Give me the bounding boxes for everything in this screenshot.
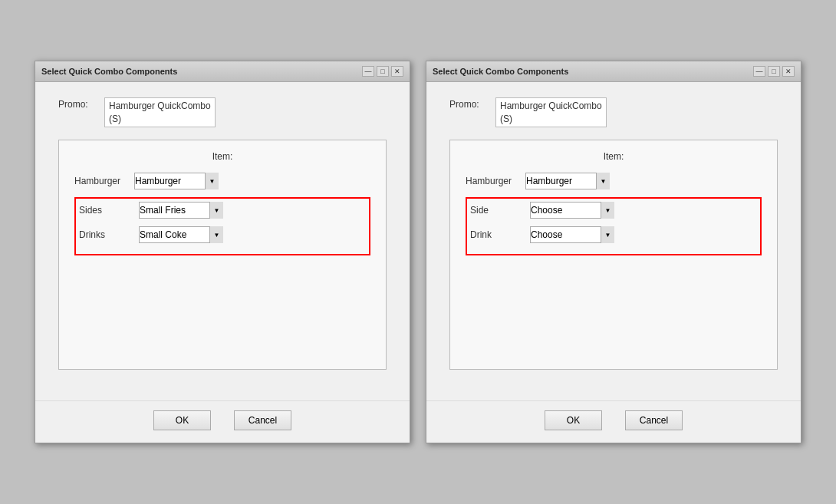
promo-row-2: Promo: Hamburger QuickCombo (S)	[449, 97, 778, 128]
ok-button-1[interactable]: OK	[153, 410, 211, 430]
title-bar-text-1: Select Quick Combo Components	[41, 67, 177, 76]
side-combo-wrapper-2: Choose ▼	[530, 202, 614, 219]
inner-box-1: Item: Hamburger Hamburger ▼ Sides	[58, 140, 387, 370]
hamburger-combo-wrapper-2: Hamburger ▼	[525, 173, 610, 189]
side-label-2: Side	[470, 205, 524, 216]
drinks-row-1: Drinks Small Coke ▼	[79, 226, 366, 243]
sides-combo-wrapper-1: Small Fries ▼	[139, 202, 223, 219]
drink-row-2: Drink Choose ▼	[470, 226, 757, 243]
cancel-button-1[interactable]: Cancel	[234, 410, 291, 430]
dialog-2: Select Quick Combo Components — □ ✕ Prom…	[426, 61, 801, 444]
close-button-2[interactable]: ✕	[782, 66, 795, 77]
hamburger-label-2: Hamburger	[466, 176, 519, 186]
drinks-label-1: Drinks	[79, 229, 133, 240]
hamburger-select-1[interactable]: Hamburger	[134, 173, 219, 189]
minimize-button-2[interactable]: —	[753, 66, 765, 77]
cancel-button-2[interactable]: Cancel	[625, 410, 683, 430]
title-bar-buttons-1: — □ ✕	[362, 66, 403, 77]
dialog-body-2: Promo: Hamburger QuickCombo (S) Item: Ha…	[426, 82, 801, 401]
drinks-combo-wrapper-1: Small Coke ▼	[139, 226, 223, 243]
highlighted-box-1: Sides Small Fries ▼ Drinks Small Cok	[74, 197, 370, 255]
drinks-select-1[interactable]: Small Coke	[139, 226, 223, 243]
drink-combo-wrapper-2: Choose ▼	[530, 226, 614, 243]
dialog-footer-1: OK Cancel	[35, 400, 410, 443]
item-header-2: Item:	[466, 151, 762, 162]
sides-row-1: Sides Small Fries ▼	[79, 202, 366, 219]
title-bar-1: Select Quick Combo Components — □ ✕	[35, 61, 410, 82]
hamburger-row-2: Hamburger Hamburger ▼	[466, 173, 762, 189]
hamburger-row-1: Hamburger Hamburger ▼	[74, 173, 370, 189]
side-row-2: Side Choose ▼	[470, 202, 757, 219]
promo-value-1: Hamburger QuickCombo (S)	[104, 97, 216, 128]
dialog-footer-2: OK Cancel	[426, 400, 801, 443]
drink-label-2: Drink	[470, 229, 524, 240]
maximize-button-1[interactable]: □	[377, 66, 389, 77]
side-select-2[interactable]: Choose	[530, 202, 614, 219]
inner-box-2: Item: Hamburger Hamburger ▼ Side	[449, 140, 778, 370]
ok-button-2[interactable]: OK	[545, 410, 602, 430]
highlighted-box-2: Side Choose ▼ Drink Choose	[466, 197, 762, 255]
promo-value-2: Hamburger QuickCombo (S)	[495, 97, 607, 128]
drink-select-2[interactable]: Choose	[530, 226, 614, 243]
title-bar-buttons-2: — □ ✕	[753, 66, 795, 77]
item-header-1: Item:	[74, 151, 370, 162]
title-bar-2: Select Quick Combo Components — □ ✕	[426, 61, 801, 82]
sides-select-1[interactable]: Small Fries	[139, 202, 223, 219]
promo-label-1: Promo:	[58, 97, 97, 110]
title-bar-text-2: Select Quick Combo Components	[433, 67, 568, 76]
hamburger-combo-wrapper-1: Hamburger ▼	[134, 173, 219, 189]
hamburger-select-2[interactable]: Hamburger	[525, 173, 610, 189]
hamburger-label-1: Hamburger	[74, 176, 128, 186]
sides-label-1: Sides	[79, 205, 133, 216]
close-button-1[interactable]: ✕	[391, 66, 403, 77]
promo-label-2: Promo:	[449, 97, 488, 110]
promo-row-1: Promo: Hamburger QuickCombo (S)	[58, 97, 387, 128]
dialog-1: Select Quick Combo Components — □ ✕ Prom…	[35, 61, 410, 444]
dialog-body-1: Promo: Hamburger QuickCombo (S) Item: Ha…	[35, 82, 410, 401]
maximize-button-2[interactable]: □	[768, 66, 780, 77]
minimize-button-1[interactable]: —	[362, 66, 374, 77]
